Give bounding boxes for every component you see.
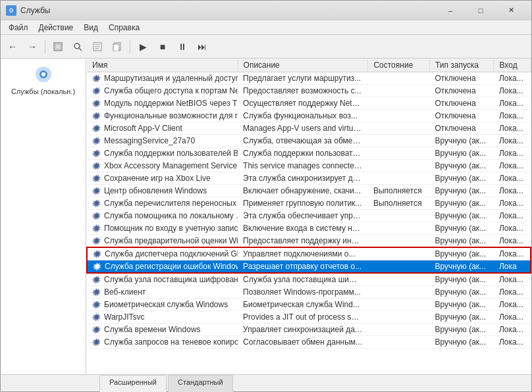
sidebar: Службы (локальн.) (1, 59, 86, 374)
toolbar-sep-2 (130, 40, 130, 53)
menu-file[interactable]: Файл (3, 22, 34, 34)
menu-help[interactable]: Справка (103, 22, 145, 34)
table-row[interactable]: Модуль поддержки NetBIOS через ТС...Осущ… (87, 97, 531, 110)
search-button[interactable] (68, 37, 87, 56)
bottom-bar: Расширенный Стандартный (1, 374, 531, 391)
header-row: Имя Описание Состояние Тип запуска Вход (87, 59, 531, 72)
table-row[interactable]: Служба помощника по локальному ...Эта сл… (87, 210, 531, 222)
toolbar: ← → ▶ ■ ⏸ ⏭ (1, 35, 531, 59)
restart-button[interactable]: ⏭ (193, 37, 211, 56)
table-row[interactable]: Служба диспетчера подключений Gl...Управ… (87, 247, 531, 260)
table-row[interactable]: Помощник по входу в учетную запис...Вклю… (87, 222, 531, 235)
back-button[interactable]: ← (3, 37, 22, 56)
col-startup[interactable]: Тип запуска (429, 59, 494, 72)
title-bar: ⚙ Службы – □ ✕ (1, 1, 531, 20)
window-title: Службы (20, 6, 50, 15)
minimize-button[interactable]: – (435, 1, 466, 20)
window-controls: – □ ✕ (435, 1, 526, 20)
menu-action[interactable]: Действие (34, 22, 79, 34)
table-row[interactable]: Функциональные возможности для п...Служб… (87, 110, 531, 122)
up-button[interactable] (49, 37, 67, 56)
main-content: Службы (локальн.) Имя Описание Состояние… (1, 59, 531, 374)
svg-line-3 (79, 48, 82, 51)
table-row[interactable]: Служба запросов на теневое копиро...Согл… (87, 336, 531, 349)
table-row[interactable]: Служба общего доступа к портам Net...Пре… (87, 85, 531, 97)
table-row[interactable]: MessagingService_27a70Служба, отвечающая… (87, 135, 531, 147)
svg-rect-1 (55, 44, 61, 49)
stop-button[interactable]: ■ (153, 37, 172, 56)
table-row[interactable]: Xbox Accessory Management ServiceThis se… (87, 160, 531, 172)
tab-extended[interactable]: Расширенный (99, 375, 167, 392)
table-row[interactable]: Служба перечислителя переносных у...Прим… (87, 197, 531, 210)
services-table: Имя Описание Состояние Тип запуска Вход … (86, 59, 531, 349)
svg-rect-9 (113, 44, 119, 51)
services-table-container[interactable]: Имя Описание Состояние Тип запуска Вход … (86, 59, 531, 374)
table-row[interactable]: WarpJITsvcProvides a JIT out of process … (87, 311, 531, 324)
table-row[interactable]: Служба предварительной оценки Win...Пред… (87, 235, 531, 248)
copy-button[interactable] (108, 37, 126, 56)
window-icon: ⚙ (6, 5, 16, 16)
table-row[interactable]: Сохранение игр на Xbox LiveЭта служба си… (87, 172, 531, 185)
table-row[interactable]: Служба регистрации ошибок WindowsРазреша… (87, 260, 531, 274)
col-state[interactable]: Состояние (368, 59, 430, 72)
maximize-button[interactable]: □ (466, 1, 496, 20)
table-row[interactable]: Центр обновления WindowsВключает обнаруж… (87, 185, 531, 197)
table-row[interactable]: Маршрутизация и удаленный доступПредлага… (87, 72, 531, 85)
svg-point-2 (74, 43, 80, 49)
menu-view[interactable]: Вид (78, 22, 103, 34)
col-desc[interactable]: Описание (238, 59, 368, 72)
properties-button[interactable] (88, 37, 107, 56)
table-row[interactable]: Служба времени WindowsУправляет синхрони… (87, 324, 531, 336)
table-row[interactable]: Microsoft App-V ClientManages App-V user… (87, 122, 531, 135)
main-window: ⚙ Службы – □ ✕ Файл Действие Вид Справка… (0, 0, 532, 392)
sidebar-label: Службы (локальн.) (11, 87, 75, 95)
services-list: Маршрутизация и удаленный доступПредлага… (87, 72, 531, 349)
menu-bar: Файл Действие Вид Справка (1, 20, 531, 35)
pause-button[interactable]: ⏸ (173, 37, 192, 56)
tab-standard[interactable]: Стандартный (168, 375, 233, 392)
col-login[interactable]: Вход (494, 59, 531, 72)
svg-point-12 (41, 72, 45, 76)
table-row[interactable]: Веб-клиентПозволяет Windows-программ...В… (87, 286, 531, 299)
forward-button[interactable]: → (23, 37, 41, 56)
table-row[interactable]: Служба поддержки пользователей Bl...Служ… (87, 147, 531, 160)
title-bar-left: ⚙ Службы (6, 5, 50, 16)
col-name[interactable]: Имя (87, 59, 238, 72)
table-header: Имя Описание Состояние Тип запуска Вход (87, 59, 531, 72)
sidebar-services-icon (33, 64, 54, 85)
table-row[interactable]: Биометрическая служба WindowsБиометричес… (87, 299, 531, 311)
play-button[interactable]: ▶ (134, 37, 152, 56)
table-row[interactable]: Служба узла поставщика шифровани...Служб… (87, 273, 531, 286)
close-button[interactable]: ✕ (496, 1, 526, 20)
toolbar-sep-1 (45, 40, 45, 53)
tabs-container: Расширенный Стандартный (1, 375, 234, 392)
